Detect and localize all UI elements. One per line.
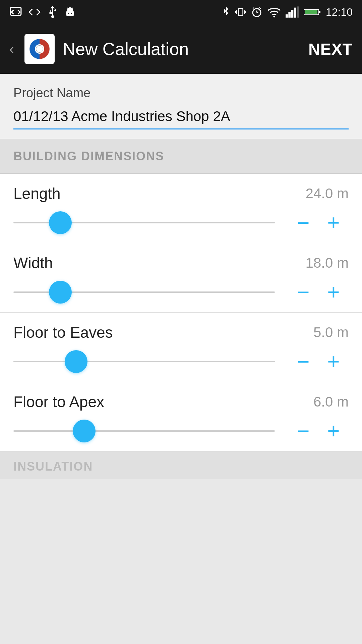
length-row-header: Length 24.0 m — [13, 184, 349, 203]
length-controls: − + — [13, 212, 349, 233]
floor-to-eaves-row-header: Floor to Eaves 5.0 m — [13, 323, 349, 341]
svg-line-20 — [253, 8, 254, 9]
building-dimensions-header: BUILDING DIMENSIONS — [0, 139, 362, 174]
length-minus-button[interactable]: − — [288, 212, 318, 233]
dimension-section: Length 24.0 m − + Width 18.0 m — [0, 174, 362, 451]
project-name-label: Project Name — [13, 86, 349, 100]
width-slider-thumb[interactable] — [49, 281, 72, 304]
svg-rect-25 — [291, 10, 294, 17]
svg-rect-7 — [66, 11, 74, 16]
floor-to-apex-minus-button[interactable]: − — [288, 420, 318, 442]
battery-icon — [304, 7, 321, 17]
app-title: New Calculation — [63, 39, 189, 59]
length-row: Length 24.0 m − + — [0, 174, 362, 243]
floor-to-eaves-controls: − + — [13, 351, 349, 372]
back-icon[interactable]: ‹ — [9, 42, 14, 57]
length-slider-track — [13, 222, 275, 223]
svg-rect-26 — [294, 8, 296, 18]
svg-point-8 — [68, 13, 69, 14]
powrmatic-logo-svg — [28, 37, 51, 61]
width-controls: − + — [13, 281, 349, 303]
width-slider-track — [13, 291, 275, 293]
length-value: 24.0 m — [306, 185, 349, 202]
svg-rect-23 — [286, 14, 288, 18]
svg-rect-24 — [288, 12, 291, 18]
svg-line-10 — [67, 8, 68, 9]
floor-to-apex-label: Floor to Apex — [13, 393, 104, 411]
status-time: 12:10 — [326, 6, 353, 18]
width-minus-button[interactable]: − — [288, 281, 318, 303]
floor-to-eaves-plus-button[interactable]: + — [318, 351, 349, 372]
svg-point-6 — [54, 9, 56, 11]
project-name-input[interactable] — [13, 106, 349, 129]
android-icon — [64, 6, 76, 18]
svg-rect-29 — [319, 11, 320, 13]
floor-to-apex-value: 6.0 m — [313, 394, 349, 410]
project-name-section: Project Name — [0, 74, 362, 139]
svg-point-32 — [35, 44, 44, 54]
floor-to-apex-slider-container — [13, 421, 275, 441]
floor-to-apex-slider-track — [13, 430, 275, 432]
svg-rect-12 — [238, 8, 243, 15]
length-slider-thumb[interactable] — [49, 211, 72, 234]
wifi-icon — [267, 6, 281, 18]
svg-line-11 — [72, 8, 73, 9]
floor-to-apex-controls: − + — [13, 420, 349, 442]
bluetooth-icon — [222, 6, 231, 18]
floor-to-eaves-slider-container — [13, 352, 275, 372]
width-plus-button[interactable]: + — [318, 281, 349, 303]
floor-to-eaves-minus-button[interactable]: − — [288, 351, 318, 372]
svg-point-9 — [71, 13, 72, 14]
status-bar: 12:10 — [0, 0, 362, 24]
width-label: Width — [13, 254, 53, 272]
svg-point-2 — [51, 15, 54, 18]
code-icon — [9, 6, 22, 18]
app-bar-left: ‹ New Calculation — [9, 34, 189, 64]
svg-rect-30 — [305, 10, 317, 14]
floor-to-apex-plus-button[interactable]: + — [318, 420, 349, 442]
app-logo — [24, 34, 55, 64]
width-slider-container — [13, 282, 275, 302]
svg-rect-27 — [297, 6, 299, 17]
width-row-header: Width 18.0 m — [13, 254, 349, 272]
floor-to-eaves-slider-track — [13, 361, 275, 362]
alarm-icon — [251, 6, 263, 18]
length-plus-button[interactable]: + — [318, 212, 349, 233]
building-dimensions-title: BUILDING DIMENSIONS — [13, 149, 164, 163]
length-label: Length — [13, 184, 61, 203]
usb-icon — [47, 6, 58, 18]
status-icons-left — [9, 6, 76, 18]
length-slider-container — [13, 213, 275, 233]
svg-line-21 — [259, 8, 261, 9]
floor-to-apex-slider-thumb[interactable] — [73, 420, 96, 442]
insulation-header: INSULATION — [0, 451, 362, 479]
width-value: 18.0 m — [306, 255, 349, 271]
width-row: Width 18.0 m − + — [0, 243, 362, 313]
floor-to-eaves-slider-thumb[interactable] — [65, 350, 87, 373]
floor-to-apex-row: Floor to Apex 6.0 m − + — [0, 382, 362, 451]
floor-to-eaves-value: 5.0 m — [313, 324, 349, 340]
signal-icon — [286, 6, 299, 18]
svg-rect-4 — [50, 12, 52, 14]
vibrate-icon — [235, 6, 246, 18]
status-icons-right: 12:10 — [222, 6, 353, 18]
floor-to-eaves-label: Floor to Eaves — [13, 323, 113, 341]
insulation-title: INSULATION — [13, 460, 93, 473]
floor-to-eaves-row: Floor to Eaves 5.0 m − + — [0, 313, 362, 382]
svg-point-22 — [273, 16, 275, 17]
app-bar: ‹ New Calculation NEXT — [0, 24, 362, 74]
floor-to-apex-row-header: Floor to Apex 6.0 m — [13, 393, 349, 411]
next-button[interactable]: NEXT — [308, 40, 353, 58]
content-area: Project Name BUILDING DIMENSIONS Length … — [0, 74, 362, 479]
code2-icon — [28, 6, 41, 18]
